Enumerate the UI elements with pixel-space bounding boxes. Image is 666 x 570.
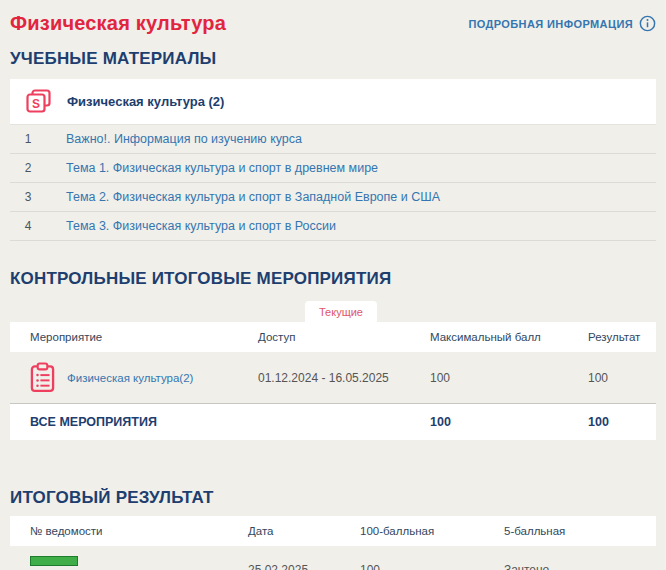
- course-materials-header[interactable]: S Физическая культура (2): [10, 79, 656, 124]
- column-header: Доступ: [258, 331, 430, 343]
- clipboard-icon: [30, 362, 55, 393]
- total-max-score: 100: [430, 415, 588, 429]
- material-link[interactable]: Важно!. Информация по изучению курса: [66, 132, 302, 146]
- list-item: 4 Тема 3. Физическая культура и спорт в …: [10, 212, 656, 241]
- materials-heading: УЧЕБНЫЕ МАТЕРИАЛЫ: [10, 49, 656, 69]
- item-number: 3: [10, 190, 46, 204]
- detailed-info-link[interactable]: ПОДРОБНАЯ ИНФОРМАЦИЯ: [468, 15, 656, 32]
- control-events-heading: КОНТРОЛЬНЫЕ ИТОГОВЫЕ МЕРОПРИЯТИЯ: [10, 269, 656, 289]
- table-header-row: № ведомости Дата 100-балльная 5-балльная: [10, 516, 656, 546]
- table-row: КИМ (on-line) (Открыта ) И 25.02.2025 10…: [10, 546, 656, 570]
- item-number: 4: [10, 219, 46, 233]
- total-result: 100: [588, 415, 656, 429]
- final-result-table: № ведомости Дата 100-балльная 5-балльная…: [10, 516, 656, 570]
- list-item: 3 Тема 2. Физическая культура и спорт в …: [10, 183, 656, 212]
- list-item: 1 Важно!. Информация по изучению курса: [10, 124, 656, 154]
- detailed-info-label: ПОДРОБНАЯ ИНФОРМАЦИЯ: [468, 18, 633, 30]
- event-access-dates: 01.12.2024 - 16.05.2025: [258, 371, 430, 385]
- tab-current[interactable]: Текущие: [305, 301, 377, 322]
- column-header: Мероприятие: [30, 331, 258, 343]
- page-header: Физическая культура ПОДРОБНАЯ ИНФОРМАЦИЯ: [10, 0, 656, 39]
- control-events-table: Мероприятие Доступ Максимальный балл Рез…: [10, 322, 656, 440]
- result-date: 25.02.2025: [248, 563, 360, 570]
- column-header: Результат: [588, 331, 656, 343]
- table-header-row: Мероприятие Доступ Максимальный балл Рез…: [10, 322, 656, 352]
- item-number: 2: [10, 161, 46, 175]
- column-header: 5-балльная: [504, 525, 656, 537]
- all-events-label: ВСЕ МЕРОПРИЯТИЯ: [30, 415, 258, 429]
- final-result-heading: ИТОГОВЫЙ РЕЗУЛЬТАТ: [10, 488, 656, 508]
- item-number: 1: [10, 132, 46, 146]
- column-header: Дата: [248, 525, 360, 537]
- column-header: 100-балльная: [360, 525, 504, 537]
- table-footer-row: ВСЕ МЕРОПРИЯТИЯ 100 100: [10, 403, 656, 440]
- event-max-score: 100: [430, 371, 588, 385]
- table-row: Физическая культура(2) 01.12.2024 - 16.0…: [10, 352, 656, 403]
- course-page: Физическая культура ПОДРОБНАЯ ИНФОРМАЦИЯ…: [0, 0, 666, 570]
- materials-list: 1 Важно!. Информация по изучению курса 2…: [10, 124, 656, 241]
- list-item: 2 Тема 1. Физическая культура и спорт в …: [10, 154, 656, 183]
- material-link[interactable]: Тема 3. Физическая культура и спорт в Ро…: [66, 219, 336, 233]
- info-icon[interactable]: [639, 15, 656, 32]
- result-score-100: 100: [360, 563, 504, 570]
- column-header: Максимальный балл: [430, 331, 588, 343]
- course-materials-title[interactable]: Физическая культура (2): [67, 94, 224, 109]
- event-link[interactable]: Физическая культура(2): [67, 372, 193, 384]
- progress-bar: [30, 556, 78, 566]
- svg-text:S: S: [32, 97, 40, 111]
- page-title: Физическая культура: [10, 12, 226, 35]
- stacked-pages-s-icon: S: [26, 89, 53, 114]
- material-link[interactable]: Тема 1. Физическая культура и спорт в др…: [66, 161, 378, 175]
- event-result: 100: [588, 371, 656, 385]
- material-link[interactable]: Тема 2. Физическая культура и спорт в За…: [66, 190, 440, 204]
- column-header: № ведомости: [30, 525, 248, 537]
- result-score-5: Зачтено: [504, 563, 656, 570]
